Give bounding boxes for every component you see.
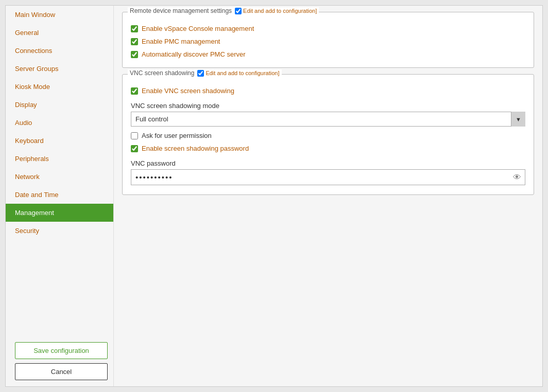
vnc-password-label: VNC password [131,159,525,167]
auto-discover-pmc-checkbox[interactable] [131,51,138,58]
ask-permission-checkbox[interactable] [131,132,138,139]
auto-discover-pmc-row[interactable]: Automatically discover PMC server [131,50,525,58]
vnc-mode-label: VNC screen shadowing mode [131,102,525,110]
sidebar-item-date-and-time[interactable]: Date and Time [6,186,113,204]
toggle-password-icon[interactable]: 👁 [513,173,521,182]
sidebar-item-audio[interactable]: Audio [6,114,113,132]
save-configuration-button[interactable]: Save configuration [15,342,108,359]
remote-edit-checkbox[interactable] [235,8,242,14]
vnc-mode-select-wrapper: Full control View only ▼ [131,112,525,127]
remote-management-title: Remote device management settings Edit a… [128,7,319,14]
sidebar-item-server-groups[interactable]: Server Groups [6,60,113,78]
remote-edit-config[interactable]: Edit and add to configuration] [235,8,317,14]
vnc-password-wrapper: 👁 [131,169,525,185]
vnc-password-input[interactable] [131,169,525,185]
vnc-mode-group: VNC screen shadowing mode Full control V… [131,100,525,127]
ask-permission-row[interactable]: Ask for user permission [131,132,525,139]
vnc-shadowing-title: VNC screen shadowing Edit and add to con… [128,69,282,77]
sidebar-item-main-window[interactable]: Main Window [6,6,113,24]
vnc-edit-checkbox[interactable] [197,70,204,77]
enable-pmc-checkbox[interactable] [131,38,138,45]
sidebar-item-kiosk-mode[interactable]: Kiosk Mode [6,78,113,96]
enable-vspace-checkbox[interactable] [131,25,138,32]
enable-vnc-checkbox[interactable] [131,87,138,95]
sidebar-item-network[interactable]: Network [6,168,113,186]
cancel-button[interactable]: Cancel [15,363,108,380]
sidebar-item-general[interactable]: General [6,24,113,42]
remote-management-section: Remote device management settings Edit a… [122,12,534,68]
vnc-edit-config[interactable]: Edit and add to configuration] [197,70,279,77]
enable-password-row[interactable]: Enable screen shadowing password [131,145,525,152]
sidebar-item-keyboard[interactable]: Keyboard [6,132,113,150]
sidebar-item-management[interactable]: Management [6,204,113,222]
vnc-shadowing-section: VNC screen shadowing Edit and add to con… [122,74,534,195]
sidebar-item-connections[interactable]: Connections [6,42,113,60]
sidebar-item-display[interactable]: Display [6,96,113,114]
enable-pmc-row[interactable]: Enable PMC management [131,38,525,45]
sidebar-item-security[interactable]: Security [6,222,113,240]
enable-vnc-row[interactable]: Enable VNC screen shadowing [131,87,525,95]
vnc-mode-select[interactable]: Full control View only [131,112,525,127]
enable-password-checkbox[interactable] [131,145,138,152]
enable-vspace-row[interactable]: Enable vSpace Console management [131,25,525,32]
vnc-password-group: VNC password 👁 [131,157,525,185]
sidebar-item-peripherals[interactable]: Peripherals [6,150,113,168]
